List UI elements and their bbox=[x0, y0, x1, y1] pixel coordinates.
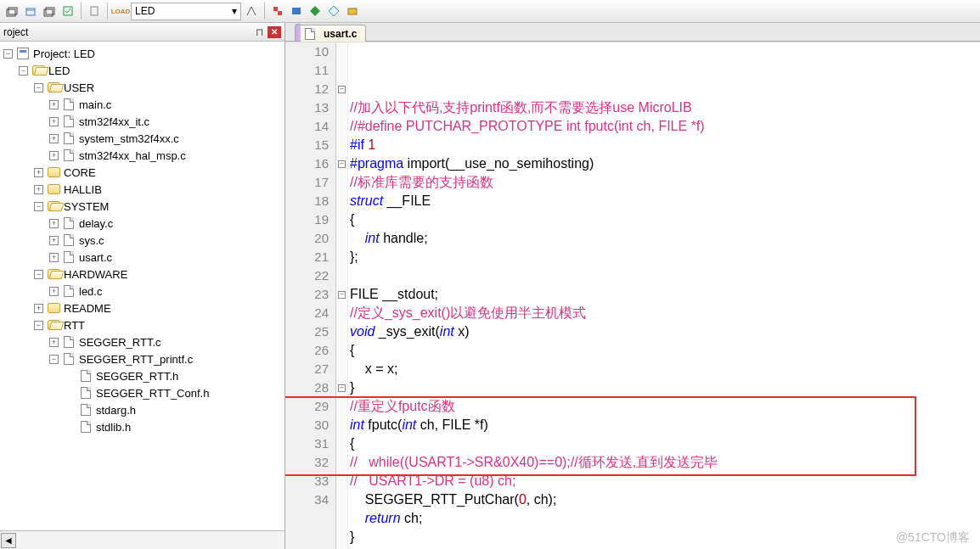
tree-label: README bbox=[64, 302, 111, 315]
close-panel-button[interactable]: ✕ bbox=[268, 26, 281, 38]
source-code[interactable]: //加入以下代码,支持printf函数,而不需要选择use MicroLIB//… bbox=[348, 42, 980, 549]
group-readme[interactable]: +README bbox=[0, 300, 284, 317]
expand-icon[interactable]: + bbox=[49, 100, 59, 109]
toolbar-btn-2[interactable] bbox=[22, 3, 39, 20]
load-button[interactable]: LOAD bbox=[112, 3, 129, 20]
project-panel: roject ⊓ ✕ −Project: LED−LED−USER+main.c… bbox=[0, 23, 285, 549]
tab-strip: usart.c bbox=[285, 23, 980, 42]
file-node[interactable]: +usart.c bbox=[0, 249, 284, 266]
panel-bottom-bar: ◄ bbox=[0, 530, 284, 549]
code-editor[interactable]: 1011121314151617181920212223242526272829… bbox=[285, 42, 980, 549]
file-icon bbox=[62, 352, 76, 366]
toolbar-btn-5[interactable] bbox=[86, 3, 103, 20]
file-node[interactable]: SEGGER_RTT_Conf.h bbox=[0, 384, 284, 401]
file-node[interactable]: −SEGGER_RTT_printf.c bbox=[0, 350, 284, 367]
main-toolbar: LOAD LED ▾ bbox=[0, 0, 980, 23]
fold-toggle[interactable]: − bbox=[338, 160, 346, 168]
panel-header: roject ⊓ ✕ bbox=[0, 23, 284, 42]
expand-icon[interactable]: + bbox=[49, 236, 59, 245]
expand-icon[interactable]: − bbox=[34, 83, 43, 92]
file-icon bbox=[62, 233, 76, 247]
expand-icon[interactable]: − bbox=[34, 270, 43, 279]
file-icon bbox=[62, 250, 76, 264]
expand-icon[interactable]: + bbox=[49, 253, 59, 262]
file-icon bbox=[79, 369, 93, 383]
file-node[interactable]: SEGGER_RTT.h bbox=[0, 367, 284, 384]
expand-icon[interactable]: + bbox=[34, 304, 43, 313]
expand-icon[interactable]: + bbox=[34, 168, 43, 177]
tree-label: CORE bbox=[64, 166, 96, 179]
expand-icon[interactable]: − bbox=[49, 355, 59, 364]
expand-icon[interactable]: − bbox=[19, 66, 28, 76]
pin-button[interactable]: ⊓ bbox=[252, 26, 266, 38]
group-hallib[interactable]: +HALLIB bbox=[0, 181, 284, 198]
toolbar-btn-3[interactable] bbox=[41, 3, 58, 20]
project-tree[interactable]: −Project: LED−LED−USER+main.c+stm32f4xx_… bbox=[0, 42, 284, 530]
fold-toggle[interactable]: − bbox=[338, 86, 346, 93]
tb-icon-5[interactable] bbox=[344, 3, 361, 20]
editor-area: usart.c 10111213141516171819202122232425… bbox=[285, 23, 980, 549]
expand-icon[interactable]: + bbox=[49, 117, 59, 126]
tree-label: SEGGER_RTT_printf.c bbox=[79, 353, 193, 366]
fold-toggle[interactable]: − bbox=[338, 291, 346, 299]
file-icon bbox=[62, 216, 76, 230]
fold-column[interactable]: −−−− bbox=[336, 42, 348, 549]
expand-icon[interactable]: − bbox=[34, 321, 43, 330]
tb-icon-3[interactable] bbox=[307, 3, 324, 20]
file-icon bbox=[303, 27, 317, 41]
tree-label: stm32f4xx_hal_msp.c bbox=[79, 149, 186, 162]
file-node[interactable]: stdarg.h bbox=[0, 401, 284, 418]
folder-open-icon bbox=[47, 199, 60, 213]
group-user[interactable]: −USER bbox=[0, 79, 284, 96]
expand-icon[interactable]: + bbox=[49, 151, 59, 160]
tb-icon-1[interactable] bbox=[269, 3, 286, 20]
file-node[interactable]: +delay.c bbox=[0, 215, 284, 232]
expand-icon[interactable]: + bbox=[49, 219, 59, 228]
svg-rect-8 bbox=[273, 7, 278, 11]
file-icon bbox=[62, 335, 76, 349]
file-node[interactable]: +led.c bbox=[0, 283, 284, 300]
file-node[interactable]: +system_stm32f4xx.c bbox=[0, 130, 284, 147]
folder-open-icon bbox=[47, 81, 60, 94]
target-node[interactable]: −LED bbox=[0, 62, 284, 79]
svg-rect-7 bbox=[91, 7, 98, 15]
group-rtt[interactable]: −RTT bbox=[0, 317, 284, 333]
folder-icon bbox=[47, 301, 60, 315]
expand-icon[interactable]: − bbox=[34, 202, 43, 211]
file-node[interactable]: +SEGGER_RTT.c bbox=[0, 333, 284, 350]
expand-icon[interactable]: + bbox=[34, 185, 43, 194]
tb-icon-4[interactable] bbox=[325, 3, 342, 20]
expand-icon[interactable]: + bbox=[49, 134, 59, 143]
file-tab[interactable]: usart.c bbox=[297, 25, 366, 42]
folder-open-icon bbox=[31, 64, 45, 77]
expand-icon[interactable]: + bbox=[49, 287, 59, 296]
tree-label: SEGGER_RTT_Conf.h bbox=[96, 387, 209, 400]
file-node[interactable]: stdlib.h bbox=[0, 418, 284, 435]
target-dropdown[interactable]: LED ▾ bbox=[131, 3, 241, 20]
scroll-left-button[interactable]: ◄ bbox=[1, 533, 16, 548]
toolbar-btn-1[interactable] bbox=[3, 3, 20, 20]
file-node[interactable]: +sys.c bbox=[0, 232, 284, 249]
tree-label: USER bbox=[64, 81, 94, 94]
group-hardware[interactable]: −HARDWARE bbox=[0, 266, 284, 283]
file-node[interactable]: +main.c bbox=[0, 96, 284, 113]
panel-title: roject bbox=[3, 26, 28, 38]
svg-rect-2 bbox=[26, 8, 35, 15]
tb-icon-2[interactable] bbox=[288, 3, 305, 20]
expand-icon[interactable]: − bbox=[3, 49, 13, 59]
project-root[interactable]: −Project: LED bbox=[0, 45, 284, 62]
file-node[interactable]: +stm32f4xx_hal_msp.c bbox=[0, 147, 284, 164]
tree-label: Project: LED bbox=[33, 48, 95, 60]
folder-icon bbox=[47, 165, 60, 179]
expand-icon[interactable]: + bbox=[49, 338, 59, 347]
file-node[interactable]: +stm32f4xx_it.c bbox=[0, 113, 284, 130]
svg-rect-11 bbox=[348, 8, 357, 14]
fold-toggle[interactable]: − bbox=[338, 384, 346, 392]
file-icon bbox=[79, 386, 93, 400]
toolbar-btn-4[interactable] bbox=[59, 3, 76, 20]
options-button[interactable] bbox=[243, 3, 260, 20]
group-system[interactable]: −SYSTEM bbox=[0, 198, 284, 215]
tree-label: SYSTEM bbox=[64, 200, 109, 213]
tree-label: sys.c bbox=[79, 234, 104, 247]
group-core[interactable]: +CORE bbox=[0, 164, 284, 181]
